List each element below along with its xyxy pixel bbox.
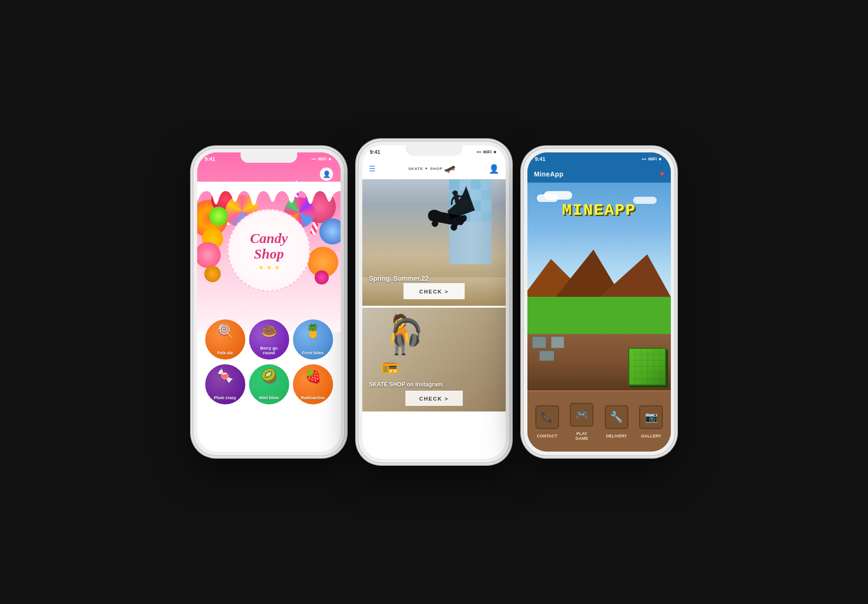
skate-season-label: Spring. Summer.22	[369, 275, 429, 282]
status-icons-3: ▪▪▪ WiFi ■	[642, 157, 661, 161]
delivery-label: Delivery	[606, 434, 627, 438]
skate-banner-2: 🧍 🎧 📻 SKATE SHOP on Instagram. CHECK >	[362, 308, 506, 411]
skate-logo: SKATE ✦ SHOP 🛹	[409, 163, 456, 175]
pale-ale-icon: 🍭	[217, 323, 234, 339]
skate-banner1-text-area: Spring. Summer.22	[369, 275, 429, 282]
wifi-icon-1: WiFi	[318, 157, 327, 161]
candy-btn-radioactive[interactable]: 🍓 Radioactive	[293, 364, 333, 404]
status-icons-2: ▪▪▪ WiFi ■	[476, 150, 496, 154]
wifi-icon-3: WiFi	[648, 157, 657, 161]
gallery-label: Gallery	[641, 434, 661, 438]
candy-btn-plum-crazy[interactable]: 🍬 Plum crazy	[205, 364, 245, 404]
mineapp-sky: MINEAPP	[527, 183, 671, 297]
mineapp-hero: MINEAPP	[527, 183, 671, 390]
skate-logo-icon: 🛹	[444, 163, 456, 175]
skate-header: ☰ SKATE ✦ SHOP 🛹 👤	[362, 159, 506, 179]
mine-stone-3	[539, 351, 554, 361]
candy-title: CandyShop	[250, 230, 288, 261]
candy-green	[209, 207, 228, 226]
battery-icon-1: ■	[329, 157, 331, 161]
radio-icon: 🍓	[305, 368, 321, 384]
plum-label: Plum crazy	[214, 395, 236, 401]
skate-user-button[interactable]: 👤	[489, 164, 499, 174]
plum-icon: 🍬	[217, 368, 234, 384]
mine-grass	[527, 297, 671, 334]
notch	[241, 152, 297, 163]
delivery-icon-container: 🔧	[605, 405, 628, 429]
mine-stone-2	[551, 336, 564, 348]
skate-banner2-text-area: SKATE SHOP on Instagram.	[369, 381, 499, 388]
skate-person-selfie: 🎧	[391, 317, 423, 348]
time-display-3: 9:41	[535, 156, 545, 162]
contact-label: Contact	[537, 434, 557, 438]
skate-cta-1: CHECK >	[419, 289, 449, 294]
notch-3	[571, 152, 627, 163]
signal-icon-2: ▪▪▪	[476, 150, 481, 154]
candy-user-button[interactable]: 👤	[320, 168, 333, 181]
mint-icon: 🥝	[261, 368, 277, 384]
user-icon: 👤	[323, 170, 331, 178]
signal-icon-3: ▪▪▪	[642, 157, 646, 161]
notch-2	[406, 145, 462, 156]
cloud-2	[544, 191, 572, 200]
star-2: ★	[267, 264, 272, 271]
candy-title-circle: CandyShop ★ ★ ★	[228, 209, 310, 292]
mineapp-heart-button[interactable]: ♥	[660, 170, 665, 178]
gallery-icon-container: 📷	[639, 405, 663, 429]
skate-boombox: 📻	[381, 357, 399, 374]
candy-btn-mint-blow[interactable]: 🥝 Mint blow	[249, 364, 289, 404]
time-display-2: 9:41	[370, 149, 380, 155]
skate-instagram-label: SKATE SHOP on Instagram.	[369, 381, 499, 388]
star-3: ★	[275, 264, 280, 271]
signal-icon-1: ▪▪▪	[311, 157, 316, 161]
phone-candy-shop: 9:41 ▪▪▪ WiFi ■ 👤	[193, 149, 344, 455]
phone-skate-shop: 9:41 ▪▪▪ WiFi ■ ☰ SKATE ✦ SHOP 🛹 👤	[359, 142, 509, 462]
mine-green-block	[628, 348, 666, 386]
mineapp-big-title: MINEAPP	[527, 201, 671, 219]
wifi-icon-2: WiFi	[483, 150, 492, 154]
mine-delivery-button[interactable]: 🔧 Delivery	[601, 405, 633, 438]
mineapp-action-bar: 📞 Contact 🎮 PLAYGAME 🔧 Delivery	[527, 390, 671, 452]
block-texture	[629, 349, 665, 385]
candy-drip	[197, 182, 341, 205]
candy-title-stars: ★ ★ ★	[259, 264, 280, 271]
skate-check-button-1[interactable]: CHECK >	[404, 283, 465, 299]
phone-mineapp: 9:41 ▪▪▪ WiFi ■ MineApp ♥	[524, 149, 675, 455]
mine-playgame-button[interactable]: 🎮 PLAYGAME	[566, 403, 598, 441]
mine-grass-blocks	[527, 297, 671, 334]
mineapp-title: MineApp	[534, 170, 564, 178]
contact-icon-container: 📞	[535, 405, 559, 429]
candy-buttons-row2: 🍬 Plum crazy 🥝 Mint blow 🍓 Radioactive	[197, 364, 341, 404]
mineapp-header: MineApp ♥	[527, 166, 671, 183]
mint-label: Mint blow	[259, 395, 279, 401]
berry-icon: 🍩	[261, 323, 277, 339]
candy-btn-berry-go-round[interactable]: 🍩 Berry goround	[249, 319, 289, 360]
candy-brown	[204, 266, 221, 282]
mine-contact-button[interactable]: 📞 Contact	[531, 405, 563, 438]
candy-small-pink	[315, 270, 329, 285]
time-display-1: 9:41	[205, 156, 215, 162]
frost-label: Frost bites	[302, 351, 324, 356]
star-1: ★	[259, 264, 264, 271]
battery-icon-3: ■	[659, 157, 661, 161]
camera-icon: 📷	[645, 411, 658, 423]
mine-stone-1	[532, 336, 546, 348]
hamburger-menu-button[interactable]: ☰	[369, 164, 376, 173]
playgame-label: PLAYGAME	[576, 431, 588, 441]
candy-buttons-row1: 🍭 Pale ale 🍩 Berry goround 🍍 Frost bites	[197, 319, 341, 360]
status-icons-1: ▪▪▪ WiFi ■	[311, 157, 331, 161]
mineapp-terrain	[527, 297, 671, 390]
candy-btn-frost-bites[interactable]: 🍍 Frost bites	[293, 319, 333, 360]
playgame-icon-container: 🎮	[570, 403, 593, 427]
delivery-icon: 🔧	[610, 411, 623, 423]
radio-label: Radioactive	[301, 395, 325, 401]
berry-label: Berry goround	[260, 346, 277, 356]
gamepad-icon: 🎮	[576, 409, 588, 421]
battery-icon-2: ■	[494, 150, 496, 154]
phones-container: 9:41 ▪▪▪ WiFi ■ 👤	[0, 0, 868, 604]
skate-logo-text: SKATE ✦ SHOP	[409, 167, 443, 171]
skate-banner2-bg: 🧍 🎧 📻 SKATE SHOP on Instagram. CHECK >	[362, 308, 506, 411]
mine-gallery-button[interactable]: 📷 Gallery	[635, 405, 667, 438]
skate-check-button-2[interactable]: CHECK >	[406, 391, 463, 406]
candy-btn-pale-ale[interactable]: 🍭 Pale ale	[205, 319, 245, 360]
